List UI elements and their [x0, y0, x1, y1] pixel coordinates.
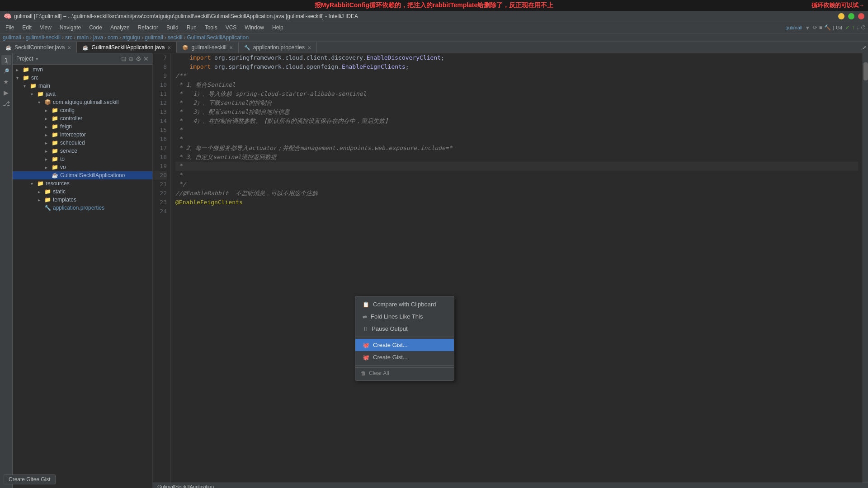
menu-help[interactable]: Help	[269, 23, 287, 32]
ctx-pause-output[interactable]: ⏸ Pause Output	[355, 323, 454, 335]
fold-icon: ⇌	[363, 314, 367, 320]
tree-item-interceptor[interactable]: ▸ 📁 interceptor	[13, 131, 152, 139]
collapse-all-btn[interactable]: ⊟	[121, 55, 127, 62]
bc-src[interactable]: src	[65, 34, 72, 41]
title-bar-left: 🧠 gulimall [F:\gulimall] – ...\gulimall-…	[4, 13, 358, 20]
menu-build[interactable]: Build	[163, 23, 182, 32]
menu-edit[interactable]: Edit	[19, 23, 35, 32]
tree-item-vo[interactable]: ▸ 📁 vo	[13, 163, 152, 171]
file-path-tooltip: GulimallSeckillApplication	[153, 483, 868, 488]
title-text: gulimall [F:\gulimall] – ...\gulimall-se…	[14, 13, 358, 19]
tree-item-app-props[interactable]: 🔧 application.properties	[13, 204, 152, 212]
close-tab-props[interactable]: ✕	[307, 45, 311, 50]
project-nav-label[interactable]: gulimall	[783, 24, 804, 31]
tree-item-feign[interactable]: ▸ 📁 feign	[13, 122, 152, 131]
tab-application-properties[interactable]: 🔧 application.properties ✕	[239, 42, 317, 53]
git-push-btn[interactable]: ↑	[852, 24, 854, 31]
tree-item-static[interactable]: ▸ 📁 static	[13, 188, 152, 196]
close-tab-seckill[interactable]: ✕	[67, 45, 71, 50]
tab-seckill-controller[interactable]: ☕ SeckillController.java ✕	[0, 42, 77, 53]
tab-gulimall-seckill[interactable]: 📦 gulimall-seckill ✕	[177, 42, 238, 53]
bc-app[interactable]: GulimallSeckillApplication	[187, 34, 249, 41]
nav-bar: gulimall › gulimall-seckill › src › main…	[0, 33, 868, 42]
compare-icon: 📋	[363, 301, 369, 308]
ctx-divider	[355, 337, 454, 337]
window-controls	[838, 13, 864, 19]
close-btn[interactable]	[858, 13, 864, 19]
bc-main[interactable]: main	[77, 34, 89, 41]
locate-file-btn[interactable]: ⊕	[128, 55, 134, 62]
toolbar-btn-reload[interactable]: ⟳	[813, 24, 817, 31]
close-tab-module[interactable]: ✕	[229, 45, 233, 50]
tree-item-service[interactable]: ▸ 📁 service	[13, 147, 152, 155]
minimize-btn[interactable]	[838, 13, 844, 19]
ctx-compare-clipboard[interactable]: 📋 Compare with Clipboard	[355, 298, 454, 310]
activity-bar: 1 🔎 ★ ▶ ⎇	[0, 53, 13, 488]
ctx-create-gist[interactable]: 🐙 Create Gist...	[355, 351, 454, 363]
main-layout: 1 🔎 ★ ▶ ⎇ Project ▾ ⊟ ⊕ ⚙ ✕ ▸ 📁 .mvn	[0, 53, 868, 488]
menu-vcs[interactable]: VCS	[222, 23, 241, 32]
collapse-editor-btn[interactable]: ⤢	[860, 44, 868, 52]
close-tab-app[interactable]: ✕	[167, 45, 171, 50]
code-content[interactable]: import org.springframework.cloud.client.…	[171, 53, 863, 483]
tree-item-main[interactable]: ▾ 📁 main	[13, 82, 152, 90]
menu-view[interactable]: View	[36, 23, 55, 32]
tab-gulimall-seckill-app[interactable]: ☕ GulimallSeckillApplication.java ✕	[77, 42, 177, 53]
close-panel-btn[interactable]: ✕	[143, 55, 149, 62]
activity-favorites[interactable]: ★	[1, 77, 11, 87]
ctx-fold-lines[interactable]: ⇌ Fold Lines Like This	[355, 310, 454, 323]
git-history-btn[interactable]: ⏱	[861, 24, 866, 31]
tree-item-resources[interactable]: ▾ 📁 resources	[13, 179, 152, 188]
nav-toolbar-icons: gulimall ▾ ⟳ ■ 🔨 | Git: ✓ ↑ ↓ ⏱	[783, 24, 866, 31]
toolbar-btn-build[interactable]: 🔨	[824, 24, 831, 31]
bc-atguigu[interactable]: atguigu	[123, 34, 140, 41]
bc-seckill[interactable]: seckill	[168, 34, 183, 41]
toolbar-btn-stop[interactable]: ■	[819, 24, 822, 31]
pause-icon: ⏸	[363, 326, 368, 332]
git-pull-btn[interactable]: ↓	[856, 24, 859, 31]
tree-item-controller[interactable]: ▸ 📁 controller	[13, 114, 152, 122]
settings-btn[interactable]: ⚙	[136, 55, 142, 62]
tree-item-src[interactable]: ▾ 📁 src	[13, 74, 152, 82]
gitee-toast: Create Gitee Gist	[4, 474, 56, 484]
tree-item-mvn[interactable]: ▸ 📁 .mvn	[13, 66, 152, 74]
activity-run[interactable]: ▶	[1, 88, 11, 98]
bc-gulimall-seckill[interactable]: gulimall-seckill	[26, 34, 61, 41]
menu-code[interactable]: Code	[85, 23, 106, 32]
maximize-btn[interactable]	[848, 13, 854, 19]
code-editor[interactable]: 7 8 9 10 11 12 13 14 15 16 17 18 19 20 2…	[153, 53, 868, 483]
tree-item-java[interactable]: ▾ 📁 java	[13, 90, 152, 98]
panel-header: Project ▾ ⊟ ⊕ ⚙ ✕	[13, 53, 152, 65]
menu-refactor[interactable]: Refactor	[134, 23, 162, 32]
tree-item-scheduled[interactable]: ▸ 📁 scheduled	[13, 139, 152, 147]
menu-tools[interactable]: Tools	[201, 23, 221, 32]
context-menu: 📋 Compare with Clipboard ⇌ Fold Lines Li…	[355, 296, 454, 381]
bc-com[interactable]: com	[108, 34, 118, 41]
activity-structure[interactable]: 🔎	[1, 66, 11, 76]
bc-gulimall2[interactable]: gulimall	[145, 34, 163, 41]
menu-run[interactable]: Run	[183, 23, 200, 32]
app-logo-icon: 🧠	[4, 13, 11, 20]
tree-item-to[interactable]: ▸ 📁 to	[13, 155, 152, 163]
breadcrumb: gulimall › gulimall-seckill › src › main…	[3, 34, 249, 41]
menu-analyze[interactable]: Analyze	[107, 23, 133, 32]
ctx-clear-all[interactable]: 🗑 Clear All	[355, 367, 454, 379]
menu-navigate[interactable]: Navigate	[56, 23, 85, 32]
git-commit-btn[interactable]: ✓	[845, 24, 850, 31]
tree-item-config[interactable]: ▸ 📁 config	[13, 106, 152, 114]
tree-item-templates[interactable]: ▸ 📁 templates	[13, 196, 152, 204]
activity-project[interactable]: 1	[1, 55, 11, 65]
menu-file[interactable]: File	[2, 23, 18, 32]
trash-icon: 🗑	[361, 370, 366, 376]
bc-gulimall[interactable]: gulimall	[3, 34, 21, 41]
top-banner: 报MyRabbitConfig循环依赖的，把注入的rabbitTemplate给…	[0, 0, 868, 11]
bc-java[interactable]: java	[93, 34, 103, 41]
editor-tabs: ☕ SeckillController.java ✕ ☕ GulimallSec…	[0, 42, 868, 53]
tree-item-package[interactable]: ▾ 📦 com.atguigu.gulimall.seckill	[13, 98, 152, 106]
editor-scrollbar[interactable]	[863, 53, 868, 483]
activity-git[interactable]: ⎇	[1, 99, 11, 108]
menu-window[interactable]: Window	[241, 23, 268, 32]
tree-item-gulimall-app[interactable]: ☕ GulimallSeckillApplicationo	[13, 171, 152, 179]
gitee-icon: 🐙	[363, 354, 369, 361]
ctx-create-gist-highlighted[interactable]: 🐙 Create Gist...	[355, 339, 454, 351]
